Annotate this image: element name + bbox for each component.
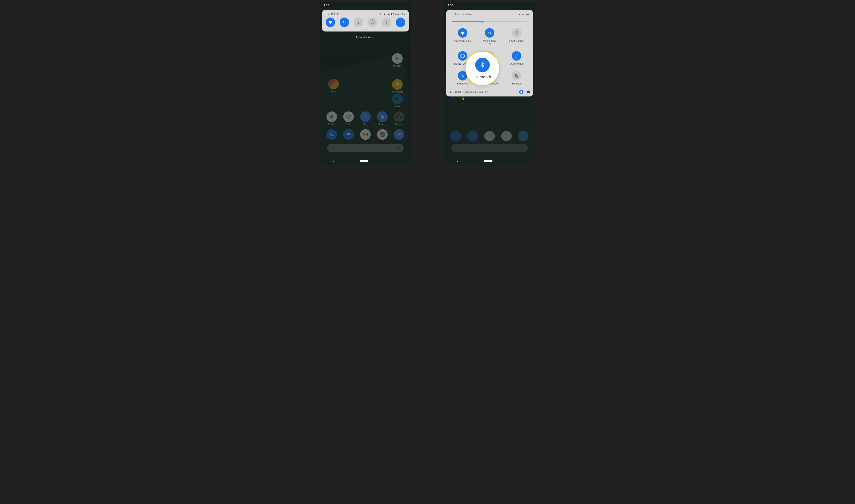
camera-icon [394, 111, 404, 122]
quick-settings-panel[interactable]: Tue, Oct 20 2 days, 3 hr [322, 10, 409, 32]
auto-rotate-tile[interactable]: Auto-rotate [503, 51, 530, 65]
vibrate-text: Phone on vibrate [454, 13, 473, 16]
panel-status-icons: 2 days, 3 hr [380, 13, 406, 16]
tile-label: Battery Saver [509, 39, 524, 42]
clock-icon [360, 111, 371, 122]
phone-right: 1:35 Phone on vibrate Verizon [444, 2, 535, 165]
signal-icon [518, 13, 521, 16]
home-app-grid: Maps My apps Keep Notes Kind [320, 79, 411, 152]
settings-icon[interactable] [526, 90, 530, 94]
callout-label: Bluetooth [474, 75, 491, 79]
tile-label: Fios-09NVE-5G [454, 39, 472, 42]
svg-rect-14 [461, 56, 464, 56]
navigation-bar: ‹ [444, 157, 535, 165]
maps-icon [328, 79, 339, 89]
svg-point-9 [399, 147, 400, 148]
app-label: Kindle [395, 105, 401, 108]
app-label: Clock [363, 123, 368, 125]
vibrate-icon [380, 13, 383, 16]
battery-saver-tile[interactable] [354, 18, 363, 27]
carrier-label: Verizon [522, 13, 530, 16]
svg-point-7 [381, 133, 383, 136]
calendar-day: 20 [397, 133, 401, 136]
callout-dot [463, 98, 464, 100]
tile-label: Bluetooth [457, 82, 468, 85]
calendar-icon: 20 [394, 129, 404, 140]
kindle-icon [392, 94, 403, 104]
app-label: Maps [331, 90, 336, 92]
navigation-bar: ‹ [320, 157, 411, 165]
app-gmail[interactable] [358, 129, 373, 140]
slider-thumb[interactable] [480, 20, 484, 24]
vibrate-icon [449, 13, 452, 16]
home-pill[interactable] [484, 160, 492, 162]
app-fit[interactable]: Fit [341, 111, 356, 125]
phone-icon [327, 129, 337, 140]
google-logo-icon: G [330, 146, 333, 150]
hotspot-tile[interactable]: Hotspot [503, 71, 530, 85]
tile-label: Auto-rotate [510, 62, 523, 65]
app-maps[interactable]: Maps [326, 79, 341, 92]
app-keep-notes[interactable]: Keep Notes [390, 79, 405, 93]
phone-left: 1:37 Tue, Oct 20 2 days, 3 hr [320, 2, 411, 165]
battery-saver-tile[interactable]: Battery Saver [503, 28, 530, 45]
app-settings[interactable]: Settings [375, 111, 390, 125]
page-dot-active [485, 91, 486, 92]
chrome-icon [377, 129, 388, 140]
app-label: Fit [347, 123, 350, 125]
wifi-tile[interactable] [326, 18, 335, 27]
tile-label: Mobile data [483, 39, 496, 42]
do-not-disturb-tile[interactable] [368, 18, 377, 27]
auto-rotate-tile[interactable] [396, 18, 405, 27]
battery-text: 2 days, 3 hr [393, 13, 406, 16]
home-pill[interactable] [360, 160, 368, 162]
back-button[interactable]: ‹ [457, 159, 458, 163]
svg-point-11 [398, 149, 399, 149]
battery-icon [390, 13, 392, 16]
signal-icon [387, 13, 390, 16]
tile-label: Hotspot [512, 82, 521, 85]
mobile-data-tile[interactable]: Mobile data LTE [476, 28, 503, 45]
gmail-icon [360, 129, 371, 140]
svg-point-10 [399, 149, 400, 149]
mobile-data-tile[interactable] [339, 18, 349, 27]
back-button[interactable]: ‹ [333, 159, 334, 163]
messages-icon [343, 129, 354, 140]
status-bar: 1:37 [320, 2, 411, 9]
brightness-slider[interactable] [452, 19, 527, 24]
svg-point-4 [398, 116, 400, 118]
svg-point-15 [516, 75, 517, 76]
app-camera[interactable]: Camera [391, 111, 407, 125]
search-bar[interactable]: G [327, 144, 404, 152]
app-label: Camera [396, 123, 403, 125]
app-messages[interactable] [341, 129, 356, 140]
flashlight-tile[interactable] [382, 18, 391, 27]
wifi-icon [383, 13, 386, 16]
app-clock[interactable]: Clock [358, 111, 373, 125]
app-photos[interactable]: Photos [324, 111, 339, 125]
panel-drag-handle[interactable] [363, 29, 368, 30]
fit-icon [343, 111, 354, 122]
status-time: 1:35 [448, 4, 453, 7]
svg-point-12 [481, 21, 483, 22]
edit-icon[interactable] [449, 90, 453, 94]
qs-tile-row [325, 18, 406, 27]
wifi-tile[interactable]: Fios-09NVE-5G [449, 28, 476, 45]
app-calendar[interactable]: 20 [391, 129, 407, 140]
user-avatar[interactable] [519, 90, 523, 94]
bluetooth-callout: Bluetooth [465, 51, 500, 86]
photos-icon [327, 111, 337, 122]
app-phone[interactable] [324, 129, 339, 140]
app-chrome[interactable] [375, 129, 390, 140]
assistant-icon [397, 146, 401, 150]
no-notifications-label: No notifications [320, 36, 411, 39]
svg-rect-1 [371, 22, 373, 22]
page-dot [487, 91, 488, 92]
tile-sublabel: LTE [488, 43, 491, 45]
svg-point-8 [397, 147, 399, 148]
status-time: 1:37 [324, 4, 329, 7]
app-label: Photos [328, 123, 335, 125]
app-kindle[interactable]: Kindle [390, 94, 405, 108]
svg-point-18 [521, 91, 522, 92]
panel-date: Tue, Oct 20 [325, 13, 338, 16]
